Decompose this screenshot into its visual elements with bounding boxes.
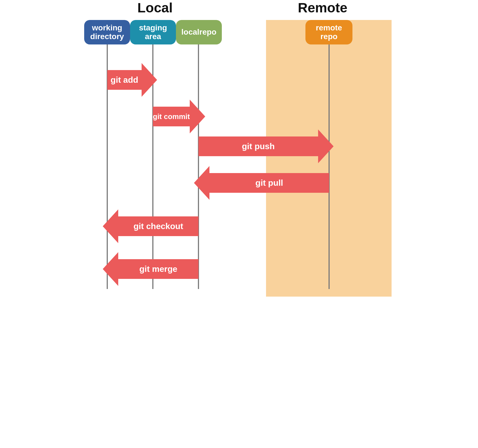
arrow-git-commit-label: git commit	[153, 112, 190, 121]
lane-working-directory: working directory	[84, 20, 130, 44]
arrow-head-left-icon	[103, 209, 118, 243]
lane-remoterepo: remote repo	[305, 20, 352, 44]
arrow-git-add-label: git add	[111, 75, 138, 85]
arrow-git-merge-label: git merge	[139, 264, 177, 274]
arrow-head-left-icon	[194, 166, 209, 200]
arrow-head-right-icon	[318, 129, 334, 163]
arrow-git-push: git push	[198, 129, 334, 163]
arrow-git-push-label: git push	[242, 142, 275, 151]
arrow-git-pull-label: git pull	[255, 178, 283, 188]
lane-remoterepo-label: remote repo	[308, 24, 350, 41]
lane-localrepo-label: localrepo	[181, 28, 216, 37]
arrow-git-merge: git merge	[103, 252, 198, 286]
git-workflow-diagram: Local Remote working directory staging a…	[80, 0, 398, 299]
title-local: Local	[137, 0, 173, 15]
lane-localrepo: localrepo	[176, 20, 222, 44]
arrow-head-right-icon	[142, 63, 157, 97]
arrow-git-checkout-label: git checkout	[133, 221, 183, 231]
lane-working-label: working directory	[86, 24, 128, 41]
arrow-head-right-icon	[190, 100, 205, 133]
arrow-git-commit: git commit	[153, 100, 203, 133]
lane-staging-label: staging area	[132, 24, 174, 41]
arrow-git-checkout: git checkout	[103, 209, 198, 243]
lane-staging-area: staging area	[130, 20, 176, 44]
arrow-head-left-icon	[103, 252, 118, 286]
arrow-git-pull: git pull	[194, 166, 329, 200]
title-remote: Remote	[298, 0, 347, 15]
arrow-git-add: git add	[107, 63, 157, 97]
